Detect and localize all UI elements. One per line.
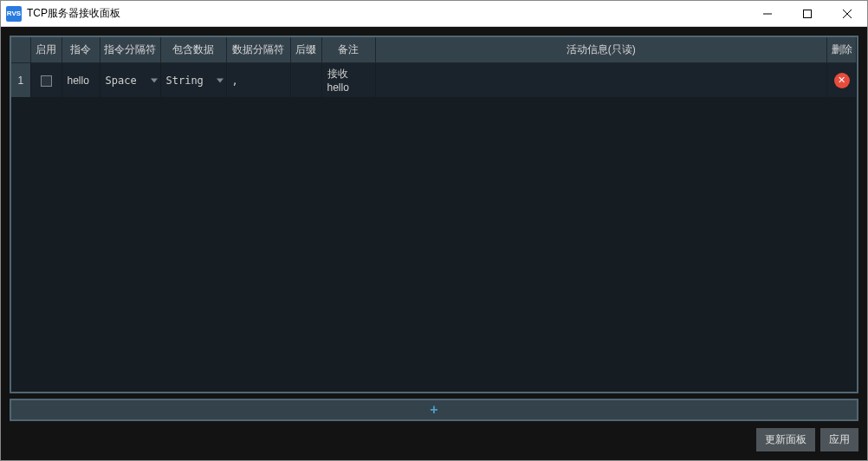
header-enable: 启用	[30, 37, 62, 63]
delete-cell: ✕	[827, 63, 857, 98]
remark-cell[interactable]: 接收hello	[321, 63, 375, 98]
plus-icon: +	[430, 402, 437, 418]
maximize-button[interactable]	[787, 1, 827, 26]
activity-cell	[375, 63, 827, 98]
suffix-cell[interactable]	[290, 63, 321, 98]
footer-bar: 更新面板 应用	[10, 426, 858, 451]
titlebar: RVS TCP服务器接收面板	[1, 1, 867, 27]
header-delete: 删除	[827, 37, 857, 63]
chevron-down-icon	[217, 78, 223, 82]
close-icon: ✕	[838, 75, 845, 85]
minimize-button[interactable]	[748, 1, 787, 26]
table-container: 启用 指令 指令分隔符 包含数据 数据分隔符 后缀 备注 活动信息(只读) 删除…	[10, 36, 858, 393]
window-controls	[748, 1, 867, 26]
window-frame: RVS TCP服务器接收面板	[0, 0, 868, 461]
table-row: 1 hello Space String ,	[11, 63, 857, 98]
rules-table: 启用 指令 指令分隔符 包含数据 数据分隔符 后缀 备注 活动信息(只读) 删除…	[11, 37, 857, 98]
cmd-cell[interactable]: hello	[62, 63, 100, 98]
header-suffix: 后缀	[290, 37, 321, 63]
header-rowidx	[11, 37, 30, 63]
enable-cell[interactable]	[30, 63, 62, 98]
apply-button[interactable]: 应用	[820, 428, 858, 451]
header-datatype: 包含数据	[160, 37, 226, 63]
close-button[interactable]	[827, 1, 867, 26]
window-title: TCP服务器接收面板	[27, 6, 748, 21]
app-icon: RVS	[6, 6, 22, 22]
header-datasep: 数据分隔符	[226, 37, 290, 63]
enable-checkbox[interactable]	[41, 75, 52, 87]
svg-rect-1	[804, 10, 812, 17]
cmdsep-value: Space	[106, 75, 137, 87]
datatype-cell[interactable]: String	[160, 63, 226, 98]
chevron-down-icon	[151, 78, 158, 82]
header-remark: 备注	[321, 37, 375, 63]
datasep-cell[interactable]: ,	[226, 63, 290, 98]
update-panel-button[interactable]: 更新面板	[756, 428, 815, 451]
table-header-row: 启用 指令 指令分隔符 包含数据 数据分隔符 后缀 备注 活动信息(只读) 删除	[11, 37, 857, 63]
delete-row-button[interactable]: ✕	[834, 73, 850, 88]
header-cmd: 指令	[62, 37, 100, 63]
cmdsep-cell[interactable]: Space	[100, 63, 160, 98]
header-activity: 活动信息(只读)	[375, 37, 827, 63]
add-row-button[interactable]: +	[10, 399, 858, 421]
header-cmdsep: 指令分隔符	[100, 37, 160, 63]
content-area: 启用 指令 指令分隔符 包含数据 数据分隔符 后缀 备注 活动信息(只读) 删除…	[1, 27, 867, 460]
datatype-value: String	[166, 75, 204, 87]
row-index-cell: 1	[11, 63, 30, 98]
